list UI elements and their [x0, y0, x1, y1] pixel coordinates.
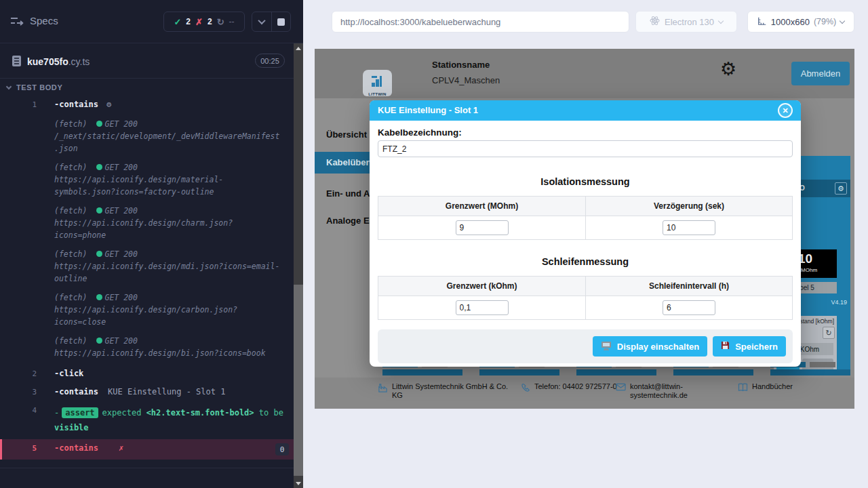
fail-x-icon: ✗: [119, 443, 123, 453]
fetch-tag: (fetch): [54, 119, 87, 129]
fetch-log[interactable]: (fetch)GET 200/_next/static/development/…: [54, 118, 283, 155]
passed-count: 2: [186, 17, 191, 26]
specs-title: Specs: [30, 15, 58, 26]
command-row-3[interactable]: 3 -containsKUE Einstellung - Slot 1: [0, 387, 294, 396]
status-dot-icon: [96, 251, 102, 257]
footer-phone: Telefon: 04402 972577-0: [521, 382, 619, 394]
chevron-down-icon: [718, 18, 724, 23]
fetch-url: /_next/static/development/_devMiddleware…: [54, 130, 283, 155]
pending-count: --: [229, 17, 235, 26]
fetch-log[interactable]: (fetch)GET 200https://api.iconify.design…: [54, 248, 283, 285]
display-button-label: Display einschalten: [617, 342, 699, 352]
fetch-log[interactable]: (fetch)GET 200https://api.iconify.design…: [54, 291, 283, 328]
isolationsmessung-title: Isolationsmessung: [378, 176, 793, 187]
viewport-size: 1000x660: [771, 17, 810, 27]
reporter-header: Specs ✓ 2 ✗ 2 ↻ --: [0, 0, 303, 43]
test-stats: ✓ 2 ✗ 2 ↻ --: [163, 12, 245, 32]
browser-selector[interactable]: Electron 130: [635, 11, 737, 33]
spec-file-row[interactable]: kue705fo.cy.ts 00:25: [0, 47, 294, 76]
footer-manuals[interactable]: Handbücher: [738, 382, 793, 393]
fetch-log[interactable]: (fetch)GET 200https://api.iconify.design…: [54, 205, 283, 241]
company-text: Littwin Systemtechnik GmbH & Co. KG: [392, 382, 509, 400]
nav-uebersicht[interactable]: Übersicht: [326, 129, 367, 140]
stop-button[interactable]: [271, 12, 291, 31]
fetch-log[interactable]: (fetch)GET 200https://api.iconify.design…: [54, 161, 283, 198]
fetch-tag: (fetch): [54, 336, 87, 346]
url-bar[interactable]: [332, 11, 629, 33]
speichern-button[interactable]: Speichern: [713, 336, 786, 357]
assert-dash: -: [54, 408, 59, 418]
logout-button[interactable]: Abmelden: [791, 62, 850, 85]
command-name: -contains: [54, 100, 98, 109]
loop-col1-header: Grenzwert (kOhm): [378, 277, 585, 296]
refresh-icon[interactable]: ↻: [823, 327, 835, 339]
modal-footer: Display einschalten Speichern: [378, 329, 793, 363]
save-button-label: Speichern: [735, 342, 778, 352]
fetch-url: https://api.iconify.design/material-symb…: [54, 174, 283, 198]
command-number: 3: [20, 388, 37, 396]
status-dot-icon: [96, 338, 102, 344]
fetch-tag: (fetch): [54, 163, 87, 172]
phone-text: Telefon: 04402 972577-0: [534, 382, 618, 394]
fetch-url: https://api.iconify.design/mdi.json?icon…: [54, 260, 283, 285]
runner-controls: [252, 12, 291, 32]
scrollbar-thumb[interactable]: [294, 285, 303, 476]
footer-company: Littwin Systemtechnik GmbH & Co. KG: [378, 382, 511, 400]
command-number: 1: [20, 100, 37, 109]
specs-menu-icon[interactable]: [10, 16, 24, 29]
collapse-button[interactable]: [252, 12, 271, 31]
command-row-5-failed[interactable]: 5 -contains ✗ 0: [0, 439, 294, 460]
fetch-url: https://api.iconify.design/charm.json?ic…: [54, 217, 283, 241]
iso-verzoegerung-input[interactable]: [663, 220, 715, 235]
command-row-2[interactable]: 2 -click: [0, 369, 294, 378]
fetch-tag: (fetch): [54, 206, 87, 216]
settings-gear-icon[interactable]: ⚙: [720, 60, 736, 79]
scroll-up-button[interactable]: [294, 43, 303, 53]
fetch-log[interactable]: (fetch)GET 200https://api.iconify.design…: [54, 335, 283, 359]
loop-col2-header: Schleifenintervall (h): [585, 277, 792, 296]
scroll-down-button[interactable]: [294, 479, 303, 488]
status-dot-icon: [96, 164, 102, 170]
divider: [0, 468, 294, 468]
monitor-icon: [601, 341, 612, 352]
failed-count: 2: [208, 17, 212, 26]
viewport-selector[interactable]: 1000x660 (79%): [747, 11, 854, 33]
card-gear-icon[interactable]: ⚙: [835, 182, 847, 195]
kabelbezeichnung-input[interactable]: [378, 140, 793, 157]
arrow-down-icon: [296, 482, 301, 485]
pending-icon: ↻: [217, 17, 224, 27]
email-text: kontakt@littwin-systemtechnik.de: [630, 382, 695, 400]
loop-intervall-input[interactable]: [663, 300, 715, 315]
email-icon: [616, 383, 626, 400]
fetch-status: GET 200: [104, 249, 137, 259]
save-floppy-icon: [721, 341, 730, 352]
close-icon[interactable]: ✕: [778, 103, 793, 118]
display-einschalten-button[interactable]: Display einschalten: [593, 336, 707, 357]
iso-col1-header: Grenzwert (MOhm): [378, 197, 585, 216]
fetch-tag: (fetch): [54, 293, 87, 302]
command-name: -click: [54, 369, 83, 378]
command-row-4[interactable]: 4 -assertexpected <h2.text-sm.font-bold>…: [0, 405, 294, 435]
command-row-1[interactable]: 1 -contains⚙: [0, 100, 294, 109]
reporter-scrollbar[interactable]: [294, 43, 303, 488]
fetch-status: GET 200: [104, 206, 137, 216]
iso-grenzwert-input[interactable]: [456, 220, 509, 235]
loop-grenzwert-input[interactable]: [456, 300, 509, 315]
stop-icon: [277, 18, 285, 26]
phone-icon: [521, 383, 530, 394]
fetch-tag: (fetch): [54, 249, 87, 259]
test-body-toggle[interactable]: TEST BODY: [7, 83, 62, 92]
app-footer: Littwin Systemtechnik GmbH & Co. KG Tele…: [315, 378, 854, 409]
fetch-url: https://api.iconify.design/bi.json?icons…: [54, 347, 283, 359]
command-argument: KUE Einstellung - Slot 1: [108, 387, 225, 396]
chevron-down-icon: [258, 17, 265, 24]
fetch-log-list: (fetch)GET 200/_next/static/development/…: [54, 118, 283, 359]
electron-icon: [650, 16, 660, 28]
command-number: 4: [20, 406, 37, 415]
chevron-down-icon: [840, 18, 845, 23]
status-dot-icon: [96, 121, 102, 127]
spec-duration-badge: 00:25: [255, 54, 285, 68]
littwin-logo: [363, 70, 392, 92]
schleifenmessung-title: Schleifenmessung: [378, 256, 793, 267]
url-input[interactable]: [332, 12, 629, 32]
